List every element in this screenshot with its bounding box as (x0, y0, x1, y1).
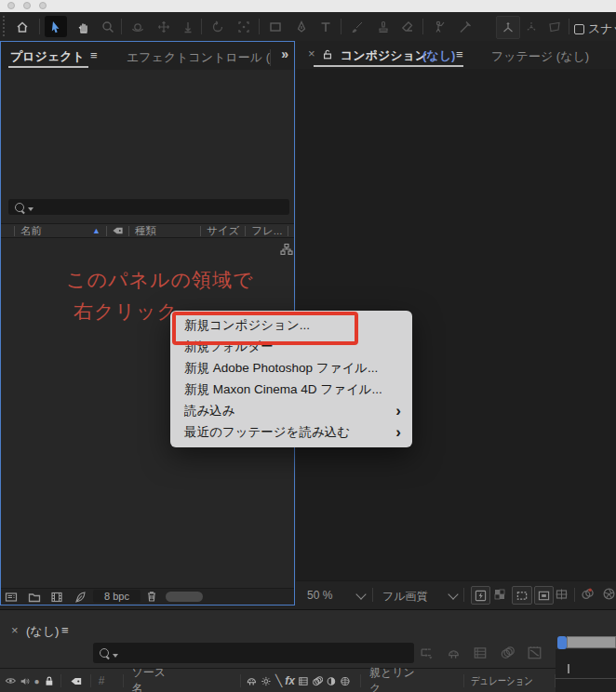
label-column-icon[interactable] (112, 226, 124, 235)
fast-preview-button[interactable] (471, 586, 490, 605)
view-axis-mode-button[interactable] (543, 16, 566, 37)
timeline-tab-close-icon[interactable]: × (11, 623, 19, 637)
pin-tool-button[interactable] (454, 16, 476, 37)
trash-icon[interactable] (145, 590, 158, 603)
zoom-tool-button[interactable] (97, 16, 119, 37)
composition-tab-none[interactable]: (なし) (422, 47, 455, 64)
solo-icon[interactable]: ● (34, 676, 40, 686)
world-axis-mode-button[interactable] (520, 16, 542, 37)
motion-blur-button[interactable] (500, 645, 516, 660)
tab-effect-controls[interactable]: エフェクトコントロール (なし (127, 49, 271, 66)
shutter-icon[interactable] (602, 587, 616, 601)
playhead-handle[interactable] (557, 636, 567, 649)
quality-switch-icon[interactable]: ╲ (275, 674, 282, 687)
composition-panel-menu-icon[interactable]: ≡ (456, 47, 463, 61)
frame-blend-switch-icon[interactable] (298, 675, 309, 687)
color-management-icon[interactable] (581, 587, 595, 601)
camera-roi-tool-button[interactable] (233, 16, 255, 37)
new-folder-icon[interactable] (28, 591, 41, 604)
motion-blur-switch-icon[interactable] (312, 675, 324, 687)
shy-switch-icon[interactable] (246, 674, 258, 687)
local-axis-mode-button[interactable] (496, 16, 520, 39)
column-parent-link[interactable]: 親とリンク (369, 665, 422, 692)
project-footer-bar: 8 bpc (1, 588, 294, 605)
region-of-interest-button[interactable] (512, 586, 532, 605)
mask-visibility-button[interactable] (534, 586, 554, 605)
window-zoom-button[interactable] (39, 2, 47, 9)
tab-composition[interactable]: コンポジション (341, 47, 427, 64)
magnification-caret-icon[interactable] (355, 589, 366, 599)
window-titlebar (0, 0, 616, 12)
text-tool-button[interactable] (315, 16, 337, 37)
pen-tool-button[interactable] (290, 16, 313, 37)
pan-camera-tool-button[interactable] (153, 16, 175, 37)
dolly-camera-tool-button[interactable] (177, 16, 199, 37)
eraser-tool-button[interactable] (396, 16, 419, 37)
collapse-switch-icon[interactable] (261, 675, 272, 687)
column-name[interactable]: 名前 (20, 224, 42, 238)
frame-blending-button[interactable] (473, 645, 488, 660)
column-size[interactable]: サイズ (207, 224, 239, 238)
graph-editor-button[interactable] (527, 645, 542, 660)
time-navigator-bar[interactable] (567, 636, 616, 648)
project-panel-menu-icon[interactable]: ≡ (90, 48, 98, 62)
menu-item-import-recent-footage[interactable]: 最近のフッテージを読み込む› (170, 421, 412, 443)
resolution-value[interactable]: フル画質 (382, 589, 428, 605)
interpret-footage-icon[interactable] (5, 591, 18, 604)
lock-icon[interactable] (44, 675, 55, 687)
home-button[interactable] (11, 16, 33, 37)
unlock-icon[interactable] (322, 48, 333, 60)
track-area[interactable] (556, 649, 616, 692)
column-index[interactable]: # (99, 674, 105, 687)
fx-switch-icon[interactable]: fx (285, 674, 295, 687)
puppet-pin-tool-button[interactable] (428, 16, 450, 37)
timeline-tab-none[interactable]: (なし) (26, 623, 59, 640)
3d-layer-switch-icon[interactable] (340, 675, 351, 687)
mini-flowchart-button[interactable] (419, 646, 434, 660)
audio-speaker-icon[interactable] (20, 675, 31, 687)
tab-overflow-icon[interactable]: » (281, 47, 288, 61)
resolution-caret-icon[interactable] (448, 589, 458, 599)
menu-item-import[interactable]: 読み込み› (170, 400, 412, 421)
menu-item-new-folder[interactable]: 新規フォルダー (170, 336, 412, 357)
menu-item-new-photoshop-file[interactable]: 新規 Adobe Photoshop ファイル... (170, 357, 412, 379)
composition-tab-close-icon[interactable]: × (308, 47, 315, 60)
transparency-grid-button[interactable] (493, 588, 506, 601)
cleanup-icon[interactable] (74, 591, 87, 604)
timeline-panel-menu-icon[interactable]: ≡ (61, 623, 69, 637)
rectangle-tool-button[interactable] (264, 16, 287, 37)
clone-stamp-tool-button[interactable] (372, 16, 395, 37)
column-source-name[interactable]: ソース名 (131, 665, 172, 692)
menu-item-new-composition[interactable]: 新規コンポジション... (170, 314, 412, 336)
project-search-input[interactable] (8, 199, 289, 215)
annotation-line1: このパネルの領域で (66, 267, 253, 293)
tab-footage[interactable]: フッテージ (なし) (491, 48, 589, 65)
hand-tool-button[interactable] (73, 16, 95, 37)
adjustment-layer-switch-icon[interactable] (326, 675, 337, 687)
video-eye-icon[interactable] (5, 674, 17, 687)
window-minimize-button[interactable] (23, 2, 31, 9)
new-composition-icon[interactable] (50, 591, 63, 604)
rotation-tool-button[interactable] (207, 16, 229, 37)
timeline-search-input[interactable] (93, 643, 414, 663)
magnification-value[interactable]: 50 % (307, 589, 332, 602)
column-type[interactable]: 種類 (135, 224, 156, 238)
sort-asc-icon[interactable]: ▲ (92, 226, 100, 235)
selection-tool-button[interactable] (45, 16, 67, 37)
tab-project[interactable]: プロジェクト (10, 48, 85, 65)
hide-shy-layers-button[interactable] (446, 646, 462, 660)
horizontal-scrollbar-thumb[interactable] (166, 592, 203, 602)
column-duration[interactable]: デュレーション (471, 673, 533, 689)
snap-toggle[interactable]: スナップ (574, 20, 616, 37)
project-flowchart-icon[interactable] (280, 243, 293, 256)
bpc-button[interactable]: 8 bpc (93, 590, 141, 603)
toolbar-grip[interactable] (2, 15, 6, 38)
orbit-camera-tool-button[interactable] (127, 16, 149, 37)
brush-tool-button[interactable] (346, 16, 368, 37)
menu-item-new-cinema4d-file[interactable]: 新規 Maxon Cinema 4D ファイル... (170, 379, 412, 400)
label-color-icon[interactable] (70, 676, 83, 686)
camera-wireframe-button[interactable] (555, 588, 569, 601)
column-frame[interactable]: フレ... (251, 224, 282, 238)
window-close-button[interactable] (7, 2, 15, 9)
snap-checkbox[interactable] (574, 24, 584, 34)
